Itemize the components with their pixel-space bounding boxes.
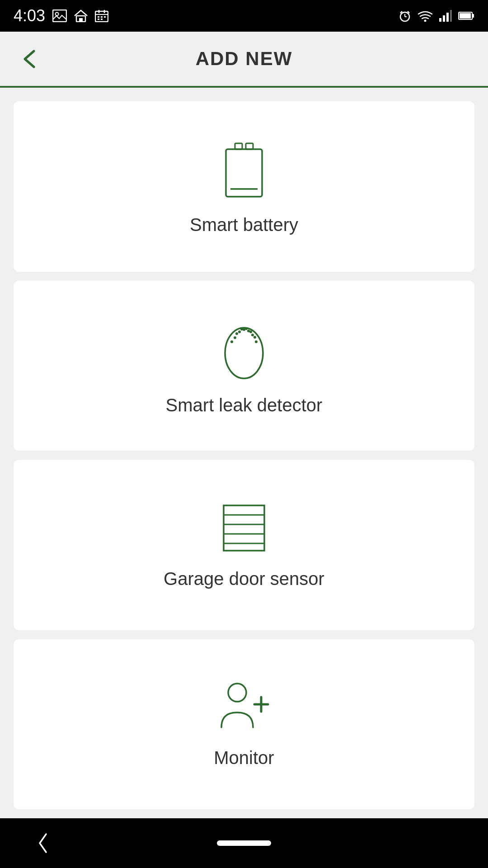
wifi-icon (418, 10, 433, 22)
svg-rect-24 (460, 13, 471, 19)
status-left: 4:03 (14, 6, 108, 25)
monitor-card[interactable]: Monitor (14, 639, 474, 810)
status-right (399, 9, 474, 22)
garage-door-sensor-label: Garage door sensor (164, 569, 324, 589)
svg-rect-0 (53, 10, 66, 22)
monitor-device-icon (212, 680, 276, 734)
svg-point-39 (245, 327, 248, 330)
svg-point-18 (424, 20, 427, 22)
header: ADD NEW (0, 32, 488, 86)
nav-back-button[interactable] (36, 832, 50, 854)
svg-rect-3 (79, 18, 83, 22)
back-button[interactable] (18, 49, 41, 69)
status-bar: 4:03 (0, 0, 488, 32)
svg-point-30 (225, 328, 263, 378)
svg-point-48 (228, 684, 246, 702)
alarm-icon (399, 9, 411, 22)
svg-point-41 (253, 336, 256, 339)
svg-rect-11 (98, 19, 99, 20)
battery-icon (458, 11, 474, 21)
home-icon (74, 9, 88, 22)
bottom-nav (0, 818, 488, 868)
garage-device-icon (217, 501, 271, 555)
smart-leak-detector-card[interactable]: Smart leak detector (14, 281, 474, 451)
status-time: 4:03 (14, 6, 45, 25)
smart-leak-detector-label: Smart leak detector (166, 395, 323, 415)
svg-rect-22 (450, 10, 452, 22)
svg-rect-27 (235, 143, 242, 149)
leak-detector-device-icon (217, 316, 271, 382)
smart-battery-card[interactable]: Smart battery (14, 101, 474, 272)
main-content: Smart battery (0, 88, 488, 818)
svg-rect-12 (101, 19, 103, 20)
garage-door-sensor-card[interactable]: Garage door sensor (14, 460, 474, 630)
svg-rect-10 (104, 16, 106, 18)
signal-icon (439, 10, 452, 22)
svg-point-42 (255, 340, 258, 343)
svg-point-40 (249, 330, 252, 333)
monitor-label: Monitor (214, 748, 274, 768)
svg-point-32 (238, 330, 241, 333)
nav-home-pill[interactable] (217, 840, 271, 846)
svg-rect-28 (246, 143, 253, 149)
svg-point-1 (56, 13, 59, 16)
svg-rect-19 (439, 18, 441, 22)
svg-point-36 (230, 340, 233, 343)
battery-device-icon (219, 138, 269, 201)
page-title: ADD NEW (196, 48, 293, 70)
svg-point-37 (235, 332, 238, 335)
svg-point-31 (234, 336, 236, 339)
svg-rect-25 (472, 14, 474, 18)
calendar-icon (95, 9, 108, 22)
svg-rect-9 (101, 16, 103, 18)
svg-point-35 (251, 334, 254, 336)
svg-rect-8 (98, 16, 99, 18)
smart-battery-label: Smart battery (190, 215, 298, 235)
svg-point-38 (240, 328, 243, 330)
svg-rect-20 (443, 15, 445, 22)
svg-rect-21 (446, 13, 449, 22)
image-icon (52, 9, 67, 22)
